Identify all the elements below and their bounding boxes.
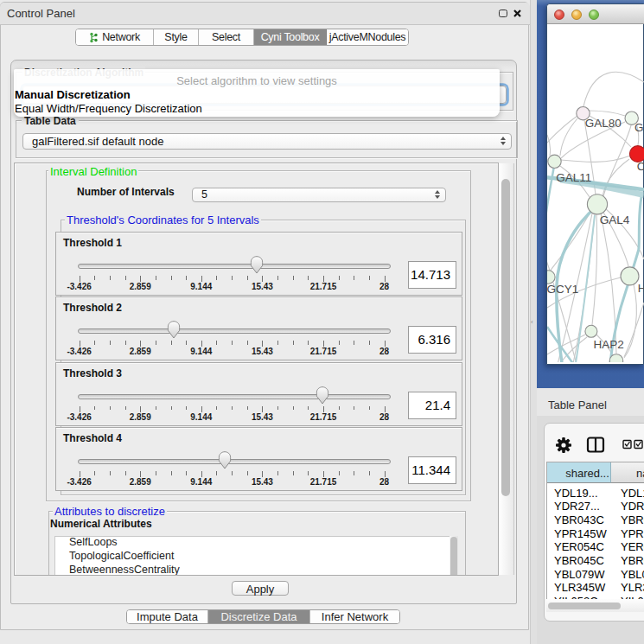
svg-text:HAP2: HAP2: [594, 338, 624, 351]
svg-text:C: C: [637, 160, 644, 173]
svg-text:GAL4: GAL4: [600, 214, 630, 226]
svg-text:GCY1: GCY1: [547, 283, 578, 296]
svg-text:GAL11: GAL11: [556, 171, 591, 184]
svg-text:GA: GA: [634, 121, 644, 134]
svg-text:H: H: [638, 282, 644, 295]
svg-text:GAL80: GAL80: [585, 117, 622, 130]
